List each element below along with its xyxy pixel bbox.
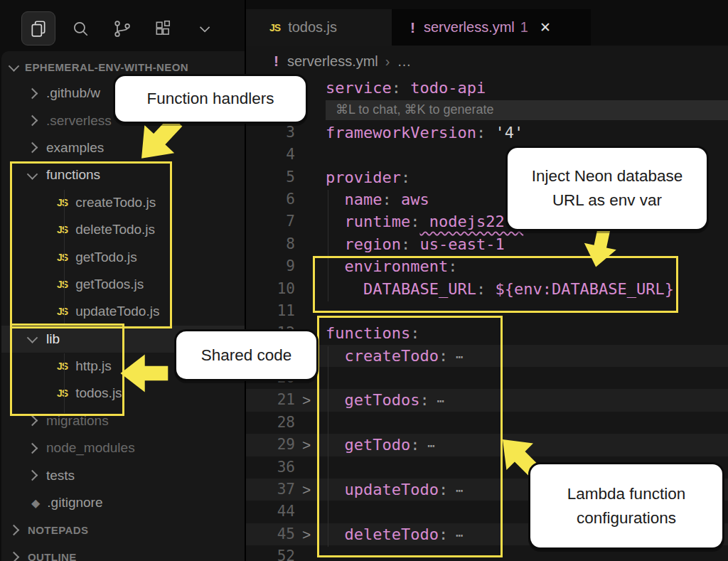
line-number: 45 xyxy=(245,523,295,545)
yaml-value: todo-api xyxy=(401,79,486,97)
code-text: createTodo: ⋯ xyxy=(326,345,728,368)
breadcrumb[interactable]: ! serverless.yml › … xyxy=(245,46,728,77)
yaml-key: name xyxy=(326,191,382,208)
code-text: getTodo: ⋯ xyxy=(326,434,728,456)
tree-item-gettodos-js[interactable]: JSgetTodos.js xyxy=(1,271,245,298)
line-number: 29 xyxy=(245,434,295,456)
more-views-button[interactable] xyxy=(188,12,220,45)
punctuation: : xyxy=(410,213,419,230)
chevron-right-icon: › xyxy=(385,53,390,70)
tree-item-migrations[interactable]: migrations xyxy=(1,407,245,434)
fold-chevron-icon[interactable]: > xyxy=(302,434,319,456)
string-value: '4' xyxy=(486,124,523,141)
breadcrumb-ellipsis[interactable]: … xyxy=(397,53,411,70)
yaml-value: us-east-1 xyxy=(410,235,504,253)
git-branch-icon xyxy=(112,19,131,38)
fold-chevron-icon[interactable]: > xyxy=(302,523,319,545)
indent-guide xyxy=(328,346,328,547)
tree-item-examples[interactable]: examples xyxy=(1,134,245,161)
code-line[interactable]: 29> getTodo: ⋯ xyxy=(245,434,728,456)
tree-item-label: OUTLINE xyxy=(28,551,77,561)
chevron-right-icon xyxy=(27,87,38,99)
tree-item-outline[interactable]: OUTLINE xyxy=(1,544,245,561)
punctuation: : xyxy=(439,525,448,543)
fold-chevron-icon[interactable]: > xyxy=(302,479,319,501)
yaml-key: getTodo xyxy=(326,436,410,454)
tab-todos-js[interactable]: JS todos.js xyxy=(245,9,392,46)
project-title: EPHEMERAL-ENV-WITH-NEON xyxy=(25,61,188,73)
tree-item-updatetodo-js[interactable]: JSupdateTodo.js xyxy=(1,298,245,325)
callout-text: URL as env var xyxy=(552,188,662,213)
tree-item-tests[interactable]: tests xyxy=(1,461,245,488)
line-number: 3 xyxy=(245,122,295,144)
code-line[interactable]: 1service: todo-api xyxy=(245,77,728,99)
yaml-key: environment xyxy=(326,257,448,275)
problem-count-badge: 1 xyxy=(520,19,528,36)
line-number: 28 xyxy=(245,412,295,434)
code-line[interactable]: 28 xyxy=(245,412,728,434)
tree-item-label: createTodo.js xyxy=(75,195,156,210)
tree-item-todos-js[interactable]: JStodos.js xyxy=(1,380,245,407)
code-line[interactable]: 3frameworkVersion: '4' xyxy=(245,122,728,144)
code-text: getTodos: ⋯ xyxy=(326,389,728,412)
punctuation: : xyxy=(382,191,391,208)
tree-item-node-modules[interactable]: node_modules xyxy=(1,434,245,461)
js-file-icon: JS xyxy=(57,224,68,235)
breadcrumb-file[interactable]: serverless.yml xyxy=(287,53,378,70)
extensions-button[interactable] xyxy=(146,12,179,45)
js-file-icon: JS xyxy=(57,388,68,399)
folded-ellipsis: ⋯ xyxy=(429,393,445,408)
code-line[interactable]: 8 region: us-east-1 xyxy=(245,233,728,255)
tree-item-functions[interactable]: functions xyxy=(1,161,245,188)
tree-item-label: tests xyxy=(46,468,75,483)
yaml-key: deleteTodo xyxy=(326,525,439,543)
callout-shared-code: Shared code xyxy=(174,329,318,381)
tab-serverless-yml[interactable]: ! serverless.yml 1 ✕ xyxy=(392,9,591,46)
tab-bar: JS todos.js ! serverless.yml 1 ✕ xyxy=(245,0,728,46)
tree-item-createtodo-js[interactable]: JScreateTodo.js xyxy=(1,189,245,216)
code-line[interactable]: 2⌘L to chat, ⌘K to generate xyxy=(245,99,728,121)
tree-item-label: lib xyxy=(46,331,60,347)
js-file-icon: JS xyxy=(57,279,68,290)
tree-item-gettodo-js[interactable]: JSgetTodo.js xyxy=(1,243,245,270)
callout-text: Lambda function xyxy=(567,482,685,506)
code-text: functions: xyxy=(326,322,728,344)
warning-icon: ! xyxy=(410,19,415,36)
code-line[interactable]: 21> getTodos: ⋯ xyxy=(245,389,728,411)
tree-item-label: http.js xyxy=(75,358,112,374)
yaml-key: provider xyxy=(326,169,401,186)
fold-chevron-icon[interactable]: > xyxy=(302,389,319,411)
chevron-right-icon xyxy=(27,415,38,427)
tree-item-label: todos.js xyxy=(75,385,122,401)
tree-item--gitignore[interactable]: ◆.gitignore xyxy=(1,489,245,516)
source-control-button[interactable] xyxy=(105,12,138,45)
code-line[interactable]: 9 environment: xyxy=(245,255,728,277)
tree-item-label: node_modules xyxy=(46,440,135,456)
yaml-key: runtime xyxy=(326,213,410,230)
code-line[interactable]: 10 DATABASE_URL: ${env:DATABASE_URL} xyxy=(245,278,728,300)
line-number: 21 xyxy=(245,389,295,411)
tree-item-deletetodo-js[interactable]: JSdeleteTodo.js xyxy=(1,216,245,243)
search-button[interactable] xyxy=(64,12,97,45)
tree-item-label: getTodos.js xyxy=(75,277,144,292)
tab-label: todos.js xyxy=(288,19,337,36)
yaml-key: region xyxy=(326,235,401,253)
tree-item-notepads[interactable]: NOTEPADS xyxy=(1,516,245,543)
code-line[interactable]: 11 xyxy=(245,300,728,322)
chevron-right-icon xyxy=(27,142,38,154)
tab-label: serverless.yml xyxy=(424,19,515,36)
chevron-down-icon xyxy=(9,60,20,72)
explorer-button[interactable] xyxy=(21,11,55,46)
files-icon xyxy=(29,19,48,38)
punctuation: : xyxy=(410,436,419,454)
callout-text: Shared code xyxy=(201,343,292,368)
tree-item-label: .github/w xyxy=(46,85,100,101)
git-file-icon: ◆ xyxy=(31,496,40,510)
chevron-right-icon xyxy=(9,525,20,536)
line-number: 9 xyxy=(245,255,295,277)
callout-text: configurations xyxy=(577,506,676,530)
file-tree: .github/w.serverlessexamplesfunctionsJSc… xyxy=(1,80,245,561)
close-icon[interactable]: ✕ xyxy=(540,19,551,36)
yaml-key: createTodo xyxy=(326,347,439,365)
line-number: 5 xyxy=(245,166,295,188)
